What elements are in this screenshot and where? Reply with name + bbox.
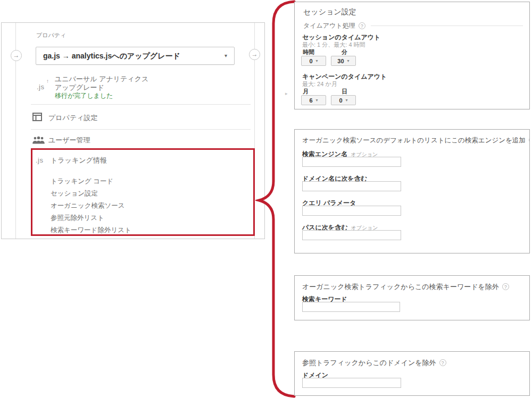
property-selector[interactable]: ga.js → analytics.jsへのアップグレード ▾ (36, 47, 235, 65)
menu-item-user-management[interactable]: ユーザー管理 (31, 134, 244, 146)
panel-title: セッション設定 (303, 7, 356, 17)
chevron-down-icon: ▾ (347, 58, 350, 63)
property-label: プロパティ (36, 31, 66, 39)
months-column-label: 月 (303, 88, 309, 96)
path-contains-input[interactable] (302, 230, 401, 240)
screenshot-stage: → → プロパティ ga.js → analytics.jsへのアップグレード … (0, 0, 532, 398)
days-select[interactable]: 0 ▾ (331, 95, 356, 105)
minutes-column-label: 分 (342, 48, 347, 56)
search-term-exclusion-panel: オーガニック検索トラフィックからこの検索キーワードを除外? 検索キーワード (294, 275, 530, 320)
search-keyword-input[interactable] (302, 302, 400, 312)
users-group-icon (32, 136, 45, 146)
submenu-search-term-exclusion[interactable]: 検索キーワード除外リスト (51, 226, 131, 235)
tracking-info-highlight-box: .js トラッキング情報 トラッキング コード セッション設定 オーガニック検索… (31, 148, 255, 236)
property-settings-icon (32, 113, 42, 123)
search-engine-name-input[interactable] (302, 157, 401, 167)
domain-input[interactable] (302, 378, 401, 388)
ua-upgrade-text: ユニバーサル アナリティクス アップグレード 移行が完了しました (55, 75, 193, 100)
js-upgrade-icon: .js ↑ (37, 83, 45, 91)
timeout-section-header: タイムアウト処理 ? (303, 21, 523, 30)
help-icon[interactable]: ? (439, 359, 446, 366)
hours-column-label: 時間 (303, 48, 314, 56)
up-arrow-icon: ↑ (46, 78, 49, 84)
chevron-down-icon: ▾ (316, 98, 318, 103)
submenu-referral-exclusion[interactable]: 参照元除外リスト (51, 214, 104, 223)
days-column-label: 日 (342, 88, 347, 96)
panel-title: 参照トラフィックからこのドメインを除外? (302, 358, 446, 368)
hours-select[interactable]: 0 ▾ (301, 56, 326, 66)
session-settings-panel: セッション設定 タイムアウト処理 ? セッションのタイムアウト 最小: 1 分、… (294, 2, 530, 109)
chevron-down-icon: ▾ (316, 58, 318, 63)
referral-exclusion-panel: 参照トラフィックからこのドメインを除外? ドメイン (294, 351, 530, 396)
submenu-session-settings[interactable]: セッション設定 (51, 189, 98, 198)
ua-upgrade-line2: アップグレード (55, 83, 193, 92)
help-icon[interactable]: ? (529, 137, 530, 143)
collapse-left-button[interactable]: → (11, 50, 22, 61)
help-icon[interactable]: ? (502, 283, 509, 290)
divider (31, 104, 251, 105)
section-divider (371, 26, 523, 26)
organic-search-source-panel: オーガニック検索ソースのデフォルトのリストにこの検索エンジンを追加? 検索エンジ… (294, 129, 530, 253)
panel-title: オーガニック検索ソースのデフォルトのリストにこの検索エンジンを追加? (302, 136, 530, 145)
domain-contains-input[interactable] (302, 181, 401, 191)
panel-title: オーガニック検索トラフィックからこの検索キーワードを除外? (302, 282, 509, 292)
section-title: タイムアウト処理 (303, 21, 355, 30)
session-timeout-hint: 最小: 1 分、最大: 4 時間 (302, 41, 365, 49)
campaign-timeout-hint: 最大: 24 か月 (302, 80, 337, 88)
ua-upgrade-line1: ユニバーサル アナリティクス (55, 75, 193, 83)
right-arrow-icon: → (13, 52, 20, 59)
migration-status: 移行が完了しました (55, 92, 193, 100)
menu-item-property-settings[interactable]: プロパティ設定 (31, 112, 244, 124)
callout-brace (255, 0, 298, 398)
panel-resize-handle-icon: ▸ (285, 91, 288, 96)
minutes-select[interactable]: 30 ▾ (331, 56, 356, 66)
divider (31, 129, 251, 130)
menu-item-tracking-info[interactable]: .js トラッキング情報 (36, 155, 248, 166)
query-parameter-input[interactable] (302, 206, 401, 216)
js-tracking-icon: .js (36, 156, 44, 164)
property-column-panel: → → プロパティ ga.js → analytics.jsへのアップグレード … (1, 22, 265, 239)
menu-item-label: ユーザー管理 (48, 136, 90, 145)
submenu-tracking-code[interactable]: トラッキング コード (51, 177, 113, 186)
months-select[interactable]: 6 ▾ (301, 95, 326, 105)
menu-item-label: プロパティ設定 (48, 113, 98, 123)
chevron-down-icon: ▾ (346, 98, 348, 103)
menu-item-label: トラッキング情報 (51, 156, 107, 165)
property-selector-value: ga.js → analytics.jsへのアップグレード (43, 52, 180, 61)
submenu-organic-search[interactable]: オーガニック検索ソース (51, 201, 125, 210)
chevron-down-icon: ▾ (225, 53, 227, 58)
help-icon[interactable]: ? (359, 22, 365, 29)
